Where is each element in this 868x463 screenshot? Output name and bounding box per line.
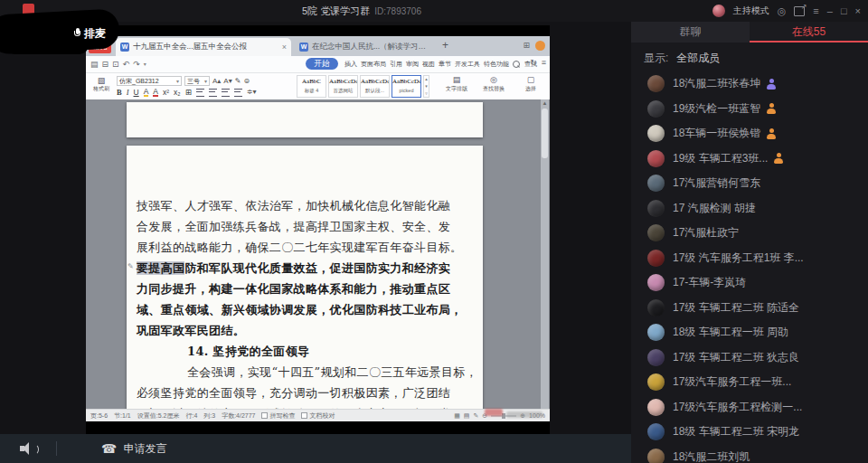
redo-icon[interactable]: ↷ [133, 58, 140, 71]
request-speak-button[interactable]: ☎ 申请发言 [101, 434, 166, 463]
tab-group-chat[interactable]: 群聊 [631, 22, 750, 43]
document-tab[interactable]: W 在纪念中国人民抗...（解读学习版） [295, 38, 432, 56]
wps-account-avatar[interactable] [535, 41, 545, 51]
line-spacing-icon[interactable]: ≑▾ [247, 89, 257, 96]
menu-dev-tools[interactable]: 开发工具 [455, 60, 480, 69]
scrollbar-thumb[interactable] [542, 109, 548, 158]
member-row[interactable]: 18级 车辆工程二班 宋明龙 [631, 420, 868, 445]
style-item-selected[interactable]: AaBbCcDd picked [392, 75, 421, 98]
superscript-button[interactable]: x² [163, 88, 169, 97]
wps-window: 稻壳 W 十九届五中全会...届五中全会公报 × W 在纪念中国人民抗...（解… [86, 36, 550, 421]
new-tab-button[interactable]: + [442, 39, 448, 52]
status-position: 设置值:5.2厘米 [137, 411, 180, 420]
clear-format-icon[interactable]: ✎ [235, 78, 241, 85]
proofread-toggle[interactable]: 文档校对 [301, 411, 335, 420]
host-avatar[interactable] [712, 5, 725, 17]
member-row[interactable]: 18车辆一班侯焕锴 [631, 121, 868, 146]
minimize-icon[interactable]: – [827, 0, 833, 22]
text-tools-button[interactable]: ▤ 文字排版 [441, 75, 472, 92]
save-icon[interactable]: ⊟ [102, 58, 109, 71]
menu-insert[interactable]: 插入 [344, 60, 357, 69]
align-left-icon[interactable] [196, 89, 204, 97]
member-row[interactable]: 17级 车辆工程二班 陈适全 [631, 296, 868, 321]
format-painter[interactable]: ▧ 格式刷 [90, 76, 113, 92]
font-name-select[interactable]: 仿宋_GB2312▾ [117, 76, 182, 86]
margin-edit-icon[interactable]: ✎ [127, 263, 134, 270]
menu-section[interactable]: 章节 [439, 60, 451, 69]
microphone-icon [74, 28, 80, 40]
scroll-up-icon[interactable]: ▲ [541, 99, 549, 107]
highlight-color-button[interactable]: A [144, 88, 149, 97]
menu-special[interactable]: 特色功能 [484, 60, 509, 69]
italic-button[interactable]: I [127, 88, 129, 97]
subscript-button[interactable]: x₂ [174, 88, 181, 97]
chevron-down-icon[interactable]: ▾ [144, 58, 146, 71]
document-canvas[interactable]: 技强军、人才强军、依法治军，加快机械化信息化智能化融 合发展，全面加强练兵备战，… [86, 99, 550, 409]
member-row[interactable]: 17-车辆-李岚琦 [631, 270, 868, 296]
speaker-icon[interactable] [20, 442, 36, 455]
doc-heading: 14. 坚持党的全面领导 [187, 344, 309, 360]
bold-button[interactable]: B [117, 88, 122, 97]
grow-font-icon[interactable]: A▴ [212, 78, 221, 85]
queue-mic-button[interactable]: 排麦 [74, 26, 106, 42]
align-center-icon[interactable] [209, 89, 217, 97]
edit-mode-icon[interactable]: ✎ [473, 412, 478, 420]
style-item[interactable]: AaBbCcDd 默认段... [360, 75, 390, 98]
member-filter[interactable]: 显示: 全部成员 [631, 46, 868, 70]
member-row[interactable]: 17汽服杜政宁 [631, 221, 868, 246]
menu-icon[interactable]: ≡ [813, 0, 818, 22]
collapse-ribbon-icon[interactable]: ≡ [542, 58, 546, 67]
print-icon[interactable]: ⊡ [112, 58, 119, 71]
style-gallery-scroll[interactable]: ▴▾▿ [423, 75, 429, 98]
vertical-scrollbar[interactable]: ▲ [541, 99, 549, 409]
member-row[interactable]: 18汽服二班刘凯 [631, 445, 868, 463]
maximize-icon[interactable]: □ [841, 0, 847, 22]
style-item[interactable]: AaBbCcDd 首选网站 [328, 75, 358, 98]
menu-references[interactable]: 引用 [390, 60, 402, 69]
sync-icon[interactable]: ↻ [530, 58, 537, 67]
avatar [647, 349, 665, 366]
shrink-font-icon[interactable]: A▾ [223, 78, 231, 85]
popout-icon[interactable]: ↗ [794, 6, 805, 16]
align-justify-icon[interactable] [234, 89, 242, 97]
bullet-list-icon[interactable]: ⊜ [243, 78, 250, 85]
menu-view[interactable]: 视图 [422, 60, 435, 69]
magnifier-icon: ◎ [478, 75, 509, 85]
font-color-button[interactable]: A [153, 88, 158, 97]
tab-close-icon[interactable]: × [282, 43, 287, 52]
member-row[interactable]: 19级 车辆工程3班... [631, 146, 868, 172]
close-icon[interactable]: × [855, 0, 861, 22]
select-button[interactable]: ▢ 选择 [515, 75, 546, 92]
member-row[interactable]: 17级汽车服务工程检测一... [631, 395, 868, 420]
member-row[interactable]: 18级 车辆工程一班 周劭 [631, 320, 868, 345]
menu-home[interactable]: 开始 [306, 58, 338, 70]
menu-review[interactable]: 审阅 [406, 60, 419, 69]
underline-button[interactable]: U [134, 88, 139, 97]
record-icon[interactable]: ◎ [778, 0, 787, 22]
member-row[interactable]: 17汽服营销何雪东 [631, 171, 868, 196]
menu-page-layout[interactable]: 页面布局 [361, 60, 386, 69]
find-replace-button[interactable]: ◎ 查找替换 [478, 75, 509, 92]
borders-button[interactable]: ⊞ [185, 88, 192, 97]
layout-icon[interactable]: ⊞ [523, 42, 530, 50]
file-icon[interactable]: ▤ [90, 58, 99, 71]
member-row[interactable]: 18汽服二班张春坤 [631, 71, 868, 97]
member-list[interactable]: 18汽服二班张春坤 19级汽检一班蓝智 18车辆一班侯焕锴 19级 车辆工程3班… [631, 71, 868, 463]
align-right-icon[interactable] [222, 89, 230, 97]
member-row[interactable]: 19级汽检一班蓝智 [631, 97, 868, 122]
view-mode-icon[interactable]: ▦ [454, 412, 460, 420]
page-view-icon[interactable]: ▤ [464, 412, 470, 420]
document-tab-active[interactable]: W 十九届五中全会...届五中全会公报 × [116, 38, 291, 56]
font-size-select[interactable]: 三号▾ [184, 76, 210, 86]
undo-icon[interactable]: ↶ [123, 58, 130, 71]
member-row[interactable]: 17级汽车服务工程一班... [631, 370, 868, 395]
quick-access-toolbar[interactable]: ▤ ⊟ ⊡ ↶ ↷ ▾ [90, 58, 146, 71]
member-row[interactable]: 17级 车辆工程二班 狄志良 [631, 345, 868, 371]
spellcheck-toggle[interactable]: 拼写检查 [261, 411, 295, 420]
member-row[interactable]: 17级 汽车服务工程1班 李... [631, 246, 868, 271]
filter-value[interactable]: 全部成员 [676, 51, 720, 66]
member-name: 18汽服二班张春坤 [673, 76, 760, 91]
member-row[interactable]: 17 汽服检测 胡捷 [631, 196, 868, 222]
tab-online-members[interactable]: 在线55 [750, 22, 868, 43]
style-item[interactable]: AaBbC 标题 4 [297, 75, 326, 98]
